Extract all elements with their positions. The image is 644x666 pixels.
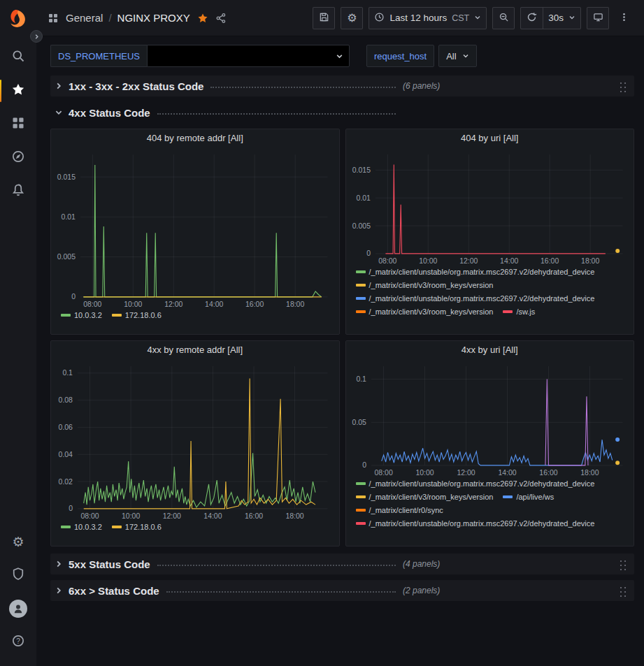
- panel-404-by-uri: 404 by uri [All] 00.0050.010.01508:0010:…: [345, 129, 635, 335]
- time-series-plot[interactable]: 00.0050.010.01508:0010:0012:0014:0016:00…: [346, 147, 634, 266]
- row-title: 4xx Status Code: [69, 107, 150, 119]
- legend-series-label: /_matrix/client/unstable/org.matrix.msc2…: [369, 268, 595, 276]
- time-series-plot[interactable]: 00.020.040.060.080.108:0010:0012:0014:00…: [51, 359, 339, 521]
- legend-item[interactable]: 10.0.3.2: [61, 523, 102, 531]
- chevron-right-icon: [55, 82, 69, 90]
- legend-item[interactable]: /sw.js: [503, 307, 535, 316]
- legend-item[interactable]: /api/live/ws: [503, 493, 554, 501]
- row-panel-count: (2 panels): [403, 586, 440, 595]
- panel-title[interactable]: 4xx by uri [All]: [346, 341, 634, 359]
- breadcrumb-separator: /: [108, 12, 111, 24]
- sidebar-item-alerting[interactable]: [4, 175, 32, 208]
- gear-icon: ⚙: [347, 13, 357, 24]
- legend-item[interactable]: /_matrix/client/r0/sync: [356, 506, 443, 514]
- legend-item[interactable]: /_matrix/client/unstable/org.matrix.msc2…: [356, 479, 595, 488]
- sidebar-expand-button[interactable]: [30, 30, 43, 43]
- sidebar-item-configuration[interactable]: ⚙: [4, 525, 32, 558]
- legend-item[interactable]: 172.18.0.6: [112, 311, 162, 319]
- row-title-wrap: 6xx > Status Code: [69, 585, 403, 597]
- svg-text:0.01: 0.01: [356, 194, 371, 202]
- svg-text:08:00: 08:00: [80, 512, 99, 520]
- request-host-select[interactable]: All: [438, 45, 476, 67]
- zoom-out-button[interactable]: [492, 7, 515, 29]
- svg-text:0.08: 0.08: [59, 396, 73, 404]
- row-title-wrap: 5xx Status Code: [69, 558, 403, 570]
- sidebar-item-help[interactable]: ?: [4, 625, 32, 659]
- row-drag-handle[interactable]: [618, 584, 627, 598]
- panel-404-by-remote-addr: 404 by remote addr [All] 00.0050.010.015…: [50, 129, 340, 335]
- row-6xx[interactable]: 6xx > Status Code (2 panels): [50, 580, 634, 601]
- legend-item[interactable]: /_matrix/client/v3/room_keys/version: [356, 281, 494, 289]
- row-drag-handle[interactable]: [618, 80, 627, 93]
- svg-text:16:00: 16:00: [541, 257, 559, 265]
- svg-text:0.02: 0.02: [59, 478, 73, 486]
- row-drag-handle[interactable]: [618, 558, 627, 571]
- time-series-plot[interactable]: 00.0050.010.01508:0010:0012:0014:0016:00…: [51, 147, 339, 310]
- refresh-interval-select[interactable]: 30s: [543, 7, 581, 29]
- clock-icon: [374, 12, 385, 24]
- legend: 10.0.3.2172.18.0.6: [51, 521, 339, 546]
- avatar: [9, 600, 27, 618]
- svg-text:16:00: 16:00: [245, 512, 263, 520]
- chevron-down-icon: [568, 13, 575, 23]
- legend-item[interactable]: 172.18.0.6: [112, 523, 162, 531]
- svg-text:14:00: 14:00: [498, 469, 516, 477]
- dashboard-title[interactable]: NGINX PROXY: [117, 12, 190, 24]
- refresh-button[interactable]: [520, 7, 543, 29]
- share-icon[interactable]: [215, 13, 227, 24]
- row-1xx-3xx-2xx[interactable]: 1xx - 3xx - 2xx Status Code (6 panels): [50, 75, 634, 96]
- svg-text:14:00: 14:00: [205, 301, 223, 308]
- sidebar-item-server-admin[interactable]: [4, 558, 32, 592]
- sidebar-item-dashboards[interactable]: [4, 108, 32, 141]
- svg-text:0: 0: [69, 505, 73, 512]
- tv-icon: [593, 12, 603, 24]
- breadcrumb-section[interactable]: General: [66, 12, 103, 24]
- tv-mode-button[interactable]: [587, 7, 609, 29]
- svg-text:0.04: 0.04: [59, 451, 73, 458]
- leader-dots: [157, 565, 396, 566]
- legend-item[interactable]: /_matrix/client/unstable/org.matrix.msc2…: [356, 294, 595, 303]
- time-range-picker[interactable]: Last 12 hours CST: [368, 7, 487, 29]
- favorite-star-icon[interactable]: [197, 13, 208, 24]
- panel-grid: 404 by remote addr [All] 00.0050.010.015…: [50, 129, 634, 546]
- panel-title[interactable]: 4xx by remote addr [All]: [51, 341, 339, 359]
- panel-title[interactable]: 404 by uri [All]: [346, 129, 634, 147]
- svg-text:0.05: 0.05: [352, 419, 366, 426]
- help-icon: ?: [11, 634, 25, 651]
- save-dashboard-button[interactable]: [313, 7, 335, 29]
- row-4xx[interactable]: 4xx Status Code: [50, 102, 634, 123]
- datasource-select[interactable]: [147, 45, 350, 67]
- svg-text:08:00: 08:00: [83, 301, 101, 308]
- panel-title[interactable]: 404 by remote addr [All]: [51, 129, 339, 147]
- grafana-logo[interactable]: [6, 8, 30, 32]
- legend-series-label: /_matrix/client/r0/sync: [369, 506, 443, 514]
- legend-series-marker: [503, 310, 513, 313]
- legend: /_matrix/client/unstable/org.matrix.msc2…: [346, 266, 634, 334]
- legend-item[interactable]: /_matrix/client/unstable/org.matrix.msc2…: [356, 519, 595, 528]
- svg-text:0: 0: [362, 461, 366, 469]
- sidebar-item-starred[interactable]: [4, 74, 32, 108]
- legend-series-label: 172.18.0.6: [125, 311, 162, 319]
- legend-item[interactable]: /_matrix/client/unstable/org.matrix.msc2…: [356, 268, 595, 276]
- legend-series-marker: [356, 522, 366, 525]
- time-zone-label: CST: [452, 13, 469, 23]
- dashboard-settings-button[interactable]: ⚙: [341, 7, 363, 29]
- sidebar-item-search[interactable]: [4, 41, 32, 74]
- sidebar-item-profile[interactable]: [4, 592, 32, 625]
- dashboards-breadcrumb-icon[interactable]: [48, 13, 59, 24]
- svg-text:10:00: 10:00: [419, 257, 437, 265]
- legend-item[interactable]: /_matrix/client/v3/room_keys/version: [356, 493, 494, 501]
- leader-dots: [210, 87, 396, 88]
- top-navigation: General / NGINX PROXY ⚙: [36, 0, 644, 36]
- leader-dots: [166, 591, 396, 593]
- more-options-button[interactable]: [615, 7, 633, 29]
- legend-item[interactable]: /_matrix/client/v3/room_keys/version: [356, 307, 494, 316]
- legend-item[interactable]: 10.0.3.2: [61, 311, 102, 319]
- row-5xx[interactable]: 5xx Status Code (4 panels): [50, 553, 634, 574]
- row-title-wrap: 4xx Status Code: [69, 107, 403, 119]
- sidebar-item-explore[interactable]: [4, 141, 32, 175]
- legend-series-marker: [112, 526, 122, 528]
- svg-text:0.06: 0.06: [59, 424, 73, 431]
- breadcrumb: General / NGINX PROXY: [66, 12, 190, 24]
- time-series-plot[interactable]: 00.050.108:0010:0012:0014:0016:0018:00: [346, 359, 634, 478]
